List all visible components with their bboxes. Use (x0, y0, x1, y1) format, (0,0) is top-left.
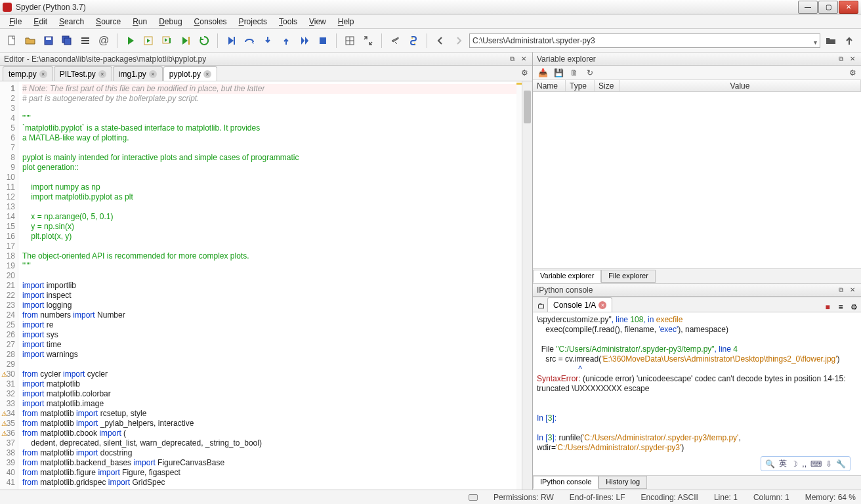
debug-button[interactable] (223, 33, 239, 49)
varexp-col-size[interactable]: Size (595, 80, 620, 91)
stop-debug-button[interactable] (315, 33, 331, 49)
close-tab-icon[interactable]: × (149, 70, 157, 78)
menu-view[interactable]: View (304, 16, 331, 28)
close-tab-icon[interactable]: × (98, 70, 106, 78)
title-bar: Spyder (Python 3.7) — ▢ ✕ (0, 0, 861, 14)
ipy-tab-ipython-console[interactable]: IPython console (533, 476, 598, 489)
editor-undock-button[interactable]: ⧉ (507, 54, 516, 64)
working-dir-combo[interactable]: C:\Users\Administrator\.spyder-py3 (469, 33, 820, 48)
save-data-button[interactable]: 💾 (553, 67, 564, 79)
code-editor[interactable]: 1234567891011121314151617181920212223242… (0, 81, 532, 490)
app-icon (3, 3, 12, 12)
editor-scrollbar[interactable] (522, 81, 532, 490)
console-options-button[interactable]: ⚙ (849, 303, 858, 312)
browse-dir-button[interactable] (823, 33, 839, 49)
ipy-tab-history-log[interactable]: History log (598, 476, 647, 489)
menu-file[interactable]: File (4, 16, 27, 28)
run-cell-advance-button[interactable] (159, 33, 175, 49)
status-permissions: Permissions: RW (494, 493, 554, 502)
editor-tab-img1-py[interactable]: img1.py× (113, 66, 163, 81)
close-tab-icon[interactable]: × (203, 70, 211, 78)
close-tab-icon[interactable]: × (39, 70, 47, 78)
run-selection-button[interactable] (178, 33, 194, 49)
ime-moon-icon: ☽ (791, 459, 798, 469)
editor-tab-temp-py[interactable]: temp.py× (3, 66, 53, 81)
bottom-tab-file-explorer[interactable]: File explorer (601, 270, 656, 283)
varexp-col-type[interactable]: Type (566, 80, 595, 91)
menu-search[interactable]: Search (54, 16, 89, 28)
editor-pane-title: Editor - E:\anaconda\lib\site-packages\m… (0, 52, 532, 66)
menu-debug[interactable]: Debug (154, 16, 187, 28)
new-file-button[interactable] (4, 33, 20, 49)
editor-tab-PILTest-py[interactable]: PILTest.py× (54, 66, 112, 81)
console-menu-button[interactable]: ≡ (836, 303, 845, 312)
ime-indicator[interactable]: 🔍 英 ☽ ,, ⌨ ⇩ 🔧 (761, 456, 850, 471)
step-out-button[interactable] (278, 33, 294, 49)
run-button[interactable] (123, 33, 138, 49)
tab-options-button[interactable]: ⚙ (519, 68, 530, 78)
ime-search-icon: 🔍 (765, 459, 775, 469)
minimize-button[interactable]: — (798, 1, 818, 14)
editor-close-button[interactable]: ✕ (519, 54, 528, 64)
varexp-col-value[interactable]: Value (620, 80, 861, 91)
list-button[interactable] (77, 33, 93, 49)
ime-lang: 英 (779, 458, 787, 469)
varexp-toolbar: 📥 💾 🗎 ↻ ⚙ (533, 66, 861, 80)
maximize-button[interactable]: ▢ (818, 1, 838, 14)
overview-ruler (516, 81, 522, 490)
close-button[interactable]: ✕ (839, 1, 858, 14)
svg-point-11 (411, 37, 413, 39)
python-path-button[interactable] (406, 33, 421, 49)
close-console-tab-icon[interactable]: × (598, 301, 606, 309)
menu-tools[interactable]: Tools (274, 16, 303, 28)
svg-rect-4 (64, 38, 71, 45)
ipython-console-output[interactable]: \spydercustomize.py", line 108, in execf… (533, 312, 861, 475)
ime-keyboard-icon: ⌨ (810, 459, 822, 469)
console-tab[interactable]: Console 1/A × (547, 297, 612, 312)
varexp-col-name[interactable]: Name (533, 80, 566, 91)
continue-button[interactable] (297, 33, 312, 49)
maximize-pane-button[interactable] (360, 33, 376, 49)
menu-source[interactable]: Source (91, 16, 126, 28)
editor-tab-pyplot-py[interactable]: pyplot.py× (163, 66, 217, 81)
at-button[interactable]: @ (96, 33, 112, 49)
stop-console-button[interactable]: ■ (823, 303, 832, 312)
bottom-tab-variable-explorer[interactable]: Variable explorer (533, 270, 601, 283)
menu-edit[interactable]: Edit (28, 16, 52, 28)
rerun-button[interactable] (196, 33, 212, 49)
ipython-close-button[interactable]: ✕ (848, 285, 857, 295)
ipython-tab-bar: 🗀 Console 1/A × ■ ≡ ⚙ (533, 297, 861, 312)
preferences-button[interactable] (387, 33, 403, 49)
step-over-button[interactable] (242, 33, 257, 49)
console-browse-button[interactable]: 🗀 (536, 300, 547, 312)
varexp-options-button[interactable]: ⚙ (847, 67, 858, 79)
main-toolbar: @ C:\Users\Administrator\.spyder-py3 (0, 29, 861, 52)
varexp-close-button[interactable]: ✕ (848, 54, 857, 64)
back-button[interactable] (432, 33, 448, 49)
varexp-header: NameTypeSizeValue (533, 80, 861, 92)
menu-run[interactable]: Run (127, 16, 152, 28)
step-into-button[interactable] (260, 33, 276, 49)
ipython-undock-button[interactable]: ⧉ (836, 285, 845, 295)
parent-dir-button[interactable] (841, 33, 857, 49)
save-button[interactable] (41, 33, 56, 49)
menu-projects[interactable]: Projects (234, 16, 272, 28)
ime-down-icon: ⇩ (826, 459, 832, 469)
save-all-button[interactable] (59, 33, 75, 49)
forward-button[interactable] (451, 33, 467, 49)
import-data-button[interactable]: 📥 (537, 67, 549, 79)
save-data-as-button[interactable]: 🗎 (568, 67, 580, 79)
svg-rect-8 (234, 37, 235, 45)
ipython-title-text: IPython console (537, 285, 593, 295)
menu-help[interactable]: Help (333, 16, 360, 28)
menu-consoles[interactable]: Consoles (189, 16, 232, 28)
open-file-button[interactable] (22, 33, 38, 49)
run-cell-button[interactable] (141, 33, 157, 49)
tab-label: pyplot.py (169, 70, 201, 79)
varexp-undock-button[interactable]: ⧉ (836, 54, 845, 64)
editor-title-text: Editor - E:\anaconda\lib\site-packages\m… (4, 54, 206, 64)
refresh-button[interactable]: ↻ (584, 67, 596, 79)
layout-button[interactable] (342, 33, 358, 49)
varexp-body[interactable] (533, 92, 861, 268)
status-encoding: Encoding: ASCII (641, 493, 698, 502)
